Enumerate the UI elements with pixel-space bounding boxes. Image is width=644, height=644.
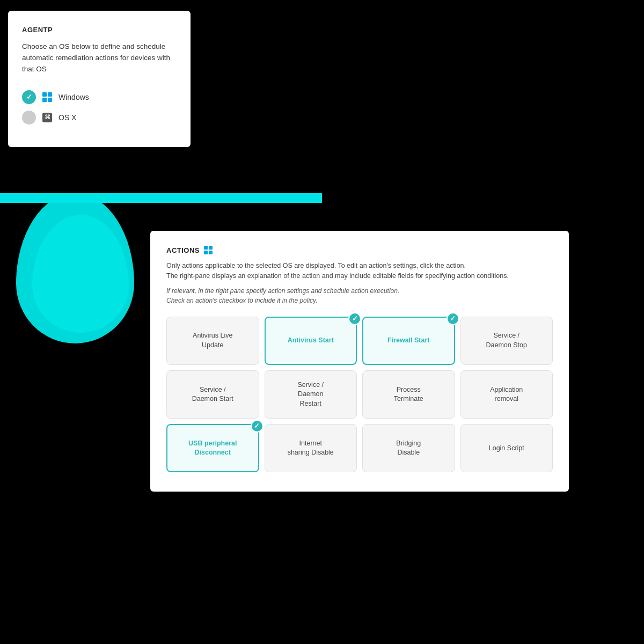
windows-radio[interactable] <box>22 90 36 104</box>
action-internet-sharing-disable[interactable]: Internet sharing Disable <box>265 424 357 472</box>
panel-title: AGENTP <box>22 26 177 34</box>
osx-icon: ⌘ <box>41 112 53 123</box>
action-grid: Antivirus Live Update ✓ Antivirus Start … <box>166 317 553 473</box>
osx-option[interactable]: ⌘ OS X <box>22 111 177 125</box>
agentp-panel: AGENTP Choose an OS below to define and … <box>8 11 191 147</box>
actions-panel: ACTIONS Only actions applicable to the s… <box>150 231 569 492</box>
action-service-daemon-restart[interactable]: Service / Daemon Restart <box>265 370 357 419</box>
actions-header: ACTIONS <box>166 246 553 254</box>
actions-description-1: Only actions applicable to the selected … <box>166 261 553 282</box>
windows-label: Windows <box>58 93 89 101</box>
action-application-removal[interactable]: Application removal <box>460 370 553 419</box>
teal-bar <box>0 193 322 203</box>
action-service-daemon-stop[interactable]: Service / Daemon Stop <box>460 317 553 365</box>
action-firewall-start[interactable]: ✓ Firewall Start <box>362 317 455 365</box>
actions-title: ACTIONS <box>166 246 200 254</box>
teal-blob <box>16 193 134 343</box>
action-process-terminate[interactable]: Process Terminate <box>362 370 455 419</box>
action-usb-peripheral-disconnect[interactable]: ✓ USB peripheral Disconnect <box>166 424 259 472</box>
action-antivirus-start[interactable]: ✓ Antivirus Start <box>265 317 357 365</box>
action-antivirus-live-update[interactable]: Antivirus Live Update <box>166 317 259 365</box>
actions-italic: If relevant, in the right pane specify a… <box>166 286 553 306</box>
usb-peripheral-check: ✓ <box>251 420 264 433</box>
action-login-script[interactable]: Login Script <box>460 424 553 472</box>
windows-icon <box>41 91 53 103</box>
firewall-start-check: ✓ <box>447 312 459 325</box>
action-bridging-disable[interactable]: Bridging Disable <box>362 424 455 472</box>
osx-label: OS X <box>58 113 76 122</box>
panel-description: Choose an OS below to define and schedul… <box>22 41 177 75</box>
antivirus-start-check: ✓ <box>348 312 361 325</box>
windows-icon-actions <box>204 246 213 254</box>
windows-option[interactable]: Windows <box>22 90 177 104</box>
action-service-daemon-start[interactable]: Service / Daemon Start <box>166 370 259 419</box>
osx-radio[interactable] <box>22 111 36 125</box>
